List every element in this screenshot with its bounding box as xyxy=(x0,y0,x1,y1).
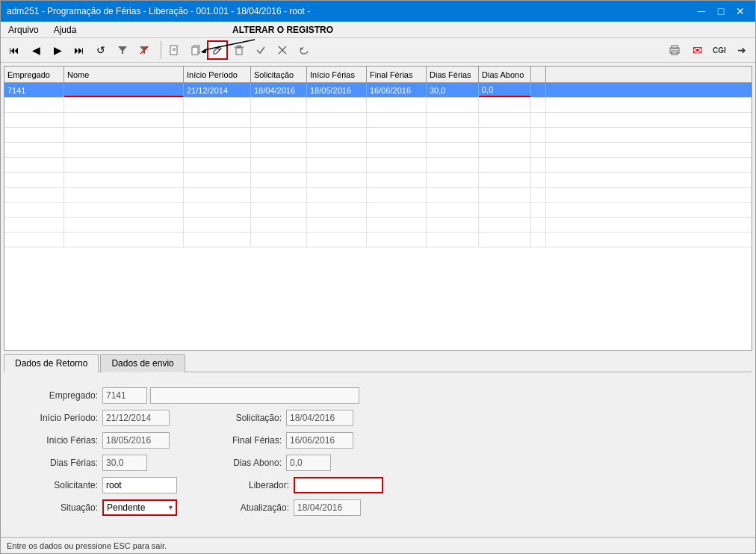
right-toolbar: ✉ CGI ➜ xyxy=(664,40,752,60)
table-row[interactable] xyxy=(4,113,752,128)
cancel-icon xyxy=(277,45,288,55)
liberador-label: Liberador: xyxy=(222,480,289,490)
new-icon xyxy=(169,45,179,55)
edit-button[interactable] xyxy=(207,40,228,60)
table-row[interactable] xyxy=(4,203,752,218)
table-row[interactable] xyxy=(4,143,752,158)
window-title: adm251 - Programação de Férias - Liberaç… xyxy=(7,6,310,16)
table-row[interactable] xyxy=(4,218,752,233)
col-dias-abono: Dias Abono xyxy=(479,67,531,82)
inicio-ferias-input[interactable] xyxy=(102,432,170,449)
cell-inicio-periodo: 21/12/2014 xyxy=(184,83,251,97)
empregado-name-input[interactable] xyxy=(150,387,359,404)
table-row[interactable] xyxy=(4,233,752,247)
svg-marker-2 xyxy=(118,46,127,54)
empregado-input[interactable] xyxy=(102,387,147,404)
status-bar: Entre os dados ou pressione ESC para sai… xyxy=(1,537,755,553)
inicio-periodo-input[interactable] xyxy=(102,410,170,426)
cell-inicio-ferias: 18/05/2016 xyxy=(307,83,367,97)
cgi-button[interactable]: CGI xyxy=(709,40,730,60)
grid-area: Empregado Nome Início Período Solicitaçã… xyxy=(4,66,752,351)
undo-button[interactable] xyxy=(294,40,315,60)
print-button[interactable] xyxy=(664,40,685,60)
tab-dados-envio[interactable]: Dados de envio xyxy=(100,354,185,372)
table-row[interactable] xyxy=(4,173,752,188)
solicitacao-input[interactable] xyxy=(286,410,353,426)
cell-nome xyxy=(64,83,184,97)
atualizacao-label: Atualização: xyxy=(222,502,289,513)
empregado-label: Empregado: xyxy=(31,390,98,401)
unfilter-icon xyxy=(139,45,149,55)
liberador-input[interactable] xyxy=(294,477,383,493)
empregado-row: Empregado: xyxy=(31,387,725,404)
save-icon xyxy=(255,45,266,55)
print-icon xyxy=(669,45,681,55)
cell-dias-abono: 0,0 xyxy=(479,83,531,97)
table-row[interactable]: 7141 21/12/2014 18/04/2016 18/05/2016 16… xyxy=(4,83,752,98)
grid-body[interactable]: 7141 21/12/2014 18/04/2016 18/05/2016 16… xyxy=(4,83,752,350)
unfilter-button[interactable] xyxy=(134,40,155,60)
last-button[interactable]: ⏭ xyxy=(69,40,90,60)
copy-button[interactable] xyxy=(185,40,206,60)
prev-button[interactable]: ◀ xyxy=(25,40,46,60)
toolbar-nav: ⏮ ◀ ▶ ⏭ ↺ xyxy=(4,40,315,60)
col-final-ferias: Final Férias xyxy=(367,67,427,82)
next-button[interactable]: ▶ xyxy=(47,40,68,60)
edit-icon xyxy=(212,45,223,55)
table-row[interactable] xyxy=(4,188,752,203)
atualizacao-input[interactable] xyxy=(294,499,361,516)
delete-button[interactable] xyxy=(229,40,250,60)
solicitante-label: Solicitante: xyxy=(31,480,98,490)
exit-button[interactable]: ➜ xyxy=(731,40,752,60)
menu-arquivo[interactable]: Arquivo xyxy=(4,23,43,37)
final-ferias-label: Final Férias: xyxy=(214,435,282,446)
cell-dias-ferias: 30,0 xyxy=(427,83,479,97)
solicitante-input[interactable] xyxy=(102,477,177,493)
svg-rect-9 xyxy=(192,47,198,55)
table-row[interactable] xyxy=(4,128,752,143)
filter-button[interactable] xyxy=(112,40,133,60)
toolbar-area: ALTERAR O REGISTRO ⏮ ◀ ▶ ⏭ ↺ xyxy=(1,38,755,63)
tab-dados-retorno[interactable]: Dados de Retorno xyxy=(4,354,99,372)
col-scrollbar-spacer xyxy=(531,67,546,82)
col-nome: Nome xyxy=(64,67,184,82)
table-row[interactable] xyxy=(4,158,752,173)
svg-rect-11 xyxy=(236,48,242,55)
copy-icon xyxy=(190,45,201,55)
dias-ferias-input[interactable] xyxy=(102,455,147,471)
cell-empregado: 7141 xyxy=(4,83,64,97)
filter-icon xyxy=(117,45,128,55)
situacao-label: Situação: xyxy=(31,502,98,513)
menu-ajuda[interactable]: Ajuda xyxy=(49,23,81,37)
new-button[interactable] xyxy=(164,40,185,60)
col-inicio-ferias: Início Férias xyxy=(307,67,367,82)
content-area: Empregado Nome Início Período Solicitaçã… xyxy=(1,63,755,537)
final-ferias-input[interactable] xyxy=(286,432,353,449)
dias-abono-input[interactable] xyxy=(286,455,331,471)
inicio-periodo-row: Início Período: Solicitação: xyxy=(31,410,725,426)
tab-bar: Dados de Retorno Dados de envio xyxy=(4,354,752,372)
delete-icon xyxy=(234,45,244,55)
title-bar: adm251 - Programação de Férias - Liberaç… xyxy=(1,1,755,22)
mail-button[interactable]: ✉ xyxy=(687,40,707,60)
refresh-button[interactable]: ↺ xyxy=(90,40,111,60)
window-controls: ─ □ ✕ xyxy=(693,4,749,19)
inicio-ferias-label: Início Férias: xyxy=(31,435,98,446)
cancel-button[interactable] xyxy=(272,40,293,60)
inicio-periodo-label: Início Período: xyxy=(31,413,98,423)
status-text: Entre os dados ou pressione ESC para sai… xyxy=(7,541,167,550)
first-button[interactable]: ⏮ xyxy=(4,40,25,60)
minimize-button[interactable]: ─ xyxy=(693,4,710,19)
situacao-select[interactable]: Pendente Aprovado Cancelado xyxy=(102,499,177,516)
solicitacao-label: Solicitação: xyxy=(214,413,282,423)
cell-solicitacao: 18/04/2016 xyxy=(251,83,307,97)
main-window: adm251 - Programação de Férias - Liberaç… xyxy=(0,0,756,554)
col-dias-ferias: Dias Férias xyxy=(427,67,479,82)
close-button[interactable]: ✕ xyxy=(731,4,749,19)
toolbar-separator-1 xyxy=(157,41,161,59)
dias-ferias-label: Dias Férias: xyxy=(31,458,98,468)
table-row[interactable] xyxy=(4,98,752,113)
maximize-button[interactable]: □ xyxy=(712,4,730,19)
undo-icon xyxy=(299,45,309,55)
save-button[interactable] xyxy=(250,40,271,60)
